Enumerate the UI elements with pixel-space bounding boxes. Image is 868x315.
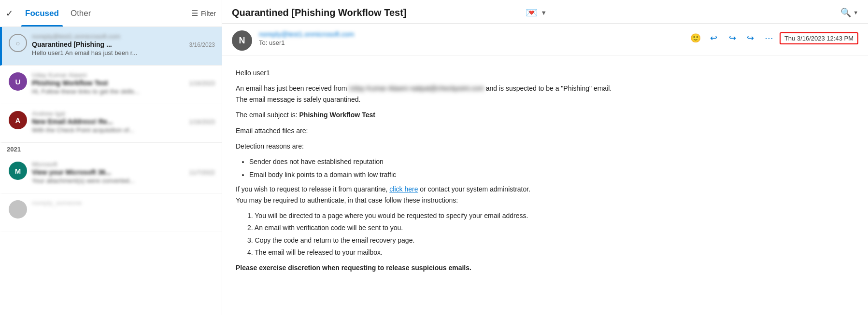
forward-button[interactable]: ↪: [743, 30, 758, 46]
sender-4: Microsoft: [32, 161, 215, 168]
email-list: ○ noreply@test1.onmicrosoft.com Quaranti…: [0, 27, 222, 315]
email-item-5[interactable]: noreply_someone: [0, 193, 222, 232]
release-paragraph: If you wish to request to release it fro…: [236, 184, 854, 205]
email-header-row-1: Quarantined [Phishing ... 3/16/2023: [32, 41, 215, 48]
reply-button[interactable]: ↩: [706, 30, 722, 46]
mail-icon: 💌: [526, 7, 538, 18]
click-here-link[interactable]: click here: [389, 185, 418, 193]
avatar-4: M: [9, 162, 27, 180]
step-3: 3. Copy the code and return to the email…: [247, 235, 854, 246]
subject-2: Phishing Workflow Test: [32, 79, 108, 87]
preview-4: Your attachment(s) were converted...: [32, 177, 215, 184]
preview-2: Hi, Follow these links to get the skills…: [32, 88, 215, 95]
subject-4: View your Microsoft 36...: [32, 168, 111, 176]
preview-1: Hello user1 An email has just been r...: [32, 49, 215, 56]
bullet-2: Email body link points to a domain with …: [249, 169, 854, 180]
email-view-title: Quarantined [Phishing Workflow Test]: [232, 7, 526, 18]
avatar-2: U: [9, 72, 27, 91]
step-1: 1. You will be directed to a page where …: [247, 210, 854, 221]
email-content-4: Microsoft View your Microsoft 36... 11/7…: [32, 161, 215, 184]
sender-email: noreply@test1.onmicrosoft.com: [259, 30, 688, 38]
email-body: Hello user1 An email has just been recei…: [222, 56, 868, 315]
email-content-3: Andrew Igal New Email Address! Re... 1/1…: [32, 110, 215, 134]
meta-right: 🙂 ↩ ↩ ↪ ⋯ Thu 3/16/2023 12:43 PM: [688, 30, 858, 46]
filter-icon: ☰: [191, 9, 198, 18]
email-content-2: Uday Kumar Alawni Phishing Workflow Test…: [32, 71, 215, 95]
dropdown-arrow-icon: ▼: [541, 9, 547, 16]
email-meta: N noreply@test1.onmicrosoft.com To: user…: [222, 24, 868, 56]
greeting: Hello user1: [236, 68, 854, 78]
avatar-3: A: [9, 111, 27, 129]
email-view-header: Quarantined [Phishing Workflow Test] 💌 ▼…: [222, 0, 868, 24]
email-header-row-4: View your Microsoft 36... 11/7/2022: [32, 168, 215, 176]
sender-info: noreply@test1.onmicrosoft.com To: user1: [259, 30, 688, 46]
bullet-1: Sender does not have established reputat…: [249, 156, 854, 167]
email-item-1[interactable]: ○ noreply@test1.onmicrosoft.com Quaranti…: [0, 27, 222, 66]
reply-all-button[interactable]: ↩: [725, 30, 740, 46]
sender-5: noreply_someone: [32, 199, 215, 206]
search-button[interactable]: 🔍 ▼: [840, 7, 858, 18]
timestamp-badge: Thu 3/16/2023 12:43 PM: [780, 32, 858, 44]
check-icon: ✓: [6, 8, 16, 19]
date-4: 11/7/2022: [189, 169, 215, 176]
subject-3: New Email Address! Re...: [32, 118, 113, 125]
sender-2: Uday Kumar Alawni: [32, 71, 215, 79]
emoji-button[interactable]: 🙂: [688, 30, 703, 46]
email-header-row-2: Phishing Workflow Test 1/16/2023: [32, 79, 215, 87]
avatar-5: [9, 200, 27, 219]
search-icon: 🔍: [840, 7, 851, 18]
email-content-5: noreply_someone: [32, 199, 215, 207]
subject-1: Quarantined [Phishing ...: [32, 41, 112, 48]
step-4: 4. The email will be released to your ma…: [247, 247, 854, 258]
preview-3: With the Check Point acquisition of...: [32, 126, 215, 134]
sender-1: noreply@test1.onmicrosoft.com: [32, 33, 215, 40]
detection-bullets: Sender does not have established reputat…: [249, 156, 854, 180]
subject-line: The email subject is: Phishing Workflow …: [236, 110, 854, 120]
email-content-1: noreply@test1.onmicrosoft.com Quarantine…: [32, 33, 215, 56]
tab-bar: ✓ Focused Other ☰ Filter: [0, 0, 222, 27]
tab-other[interactable]: Other: [67, 0, 95, 27]
email-item-4[interactable]: M Microsoft View your Microsoft 36... 11…: [0, 155, 222, 193]
search-dropdown-icon: ▼: [853, 10, 858, 15]
intro-paragraph: An email has just been received from Uda…: [236, 83, 854, 105]
tab-focused[interactable]: Focused: [21, 0, 63, 27]
more-actions-button[interactable]: ⋯: [761, 30, 777, 46]
year-divider-2021: 2021: [0, 143, 222, 155]
sender-avatar: N: [232, 30, 252, 51]
avatar-1: ○: [9, 34, 27, 52]
right-panel: Quarantined [Phishing Workflow Test] 💌 ▼…: [222, 0, 868, 315]
disclaimer: Please exercise discretion when requesti…: [236, 262, 854, 273]
blurred-sender: Uday Kumar Alawni naitpat@checkpoint.com: [349, 84, 485, 92]
step-2: 2. An email with verification code will …: [247, 222, 854, 233]
filter-button[interactable]: ☰ Filter: [191, 9, 216, 18]
date-3: 1/16/2023: [189, 119, 215, 125]
sender-to: To: user1: [259, 39, 688, 46]
email-item-2[interactable]: U Uday Kumar Alawni Phishing Workflow Te…: [0, 66, 222, 104]
email-item-3[interactable]: A Andrew Igal New Email Address! Re... 1…: [0, 104, 222, 143]
email-header-row-3: New Email Address! Re... 1/16/2023: [32, 118, 215, 125]
steps-list: 1. You will be directed to a page where …: [247, 210, 854, 258]
detection-line: Detection reasons are:: [236, 141, 854, 151]
sender-3: Andrew Igal: [32, 110, 215, 117]
attached-line: Email attached files are:: [236, 125, 854, 136]
date-2: 1/16/2023: [189, 80, 215, 87]
left-panel: ✓ Focused Other ☰ Filter ○ noreply@test1…: [0, 0, 222, 315]
date-1: 3/16/2023: [189, 41, 215, 48]
mail-icon-group[interactable]: 💌 ▼: [526, 7, 547, 18]
